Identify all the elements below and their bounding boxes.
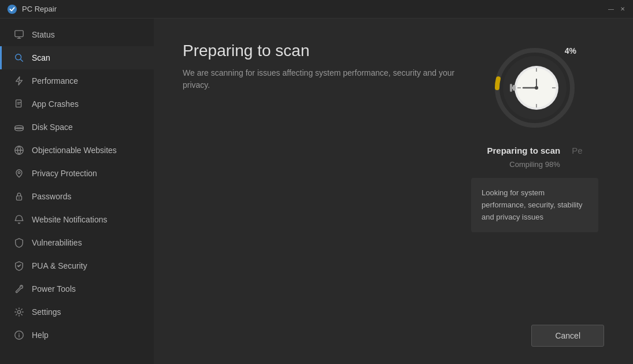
- sidebar-item-settings[interactable]: Settings: [0, 300, 154, 324]
- sidebar-item-label-vulnerabilities: Vulnerabilities: [32, 238, 82, 247]
- svg-rect-1: [15, 31, 23, 37]
- sidebar-item-label-privacy-protection: Privacy Protection: [32, 169, 97, 178]
- minimize-button[interactable]: —: [608, 6, 615, 13]
- fingerprint-icon: [13, 168, 25, 179]
- progress-circle: 4%: [488, 42, 581, 134]
- shield-icon: [13, 237, 25, 248]
- sidebar-item-passwords[interactable]: Passwords: [0, 185, 154, 208]
- titlebar: PC Repair — ✕: [0, 0, 633, 18]
- bell-icon: [13, 214, 25, 225]
- sidebar-item-scan[interactable]: Scan: [0, 46, 154, 69]
- globe-icon: [13, 144, 25, 156]
- bottom-bar: Cancel: [531, 325, 604, 347]
- monitor-icon: [13, 29, 25, 40]
- svg-point-7: [18, 172, 20, 174]
- app-logo: [7, 4, 17, 14]
- scan-status-label: Preparing to scan: [487, 146, 560, 155]
- info-icon: [13, 329, 25, 341]
- close-button[interactable]: ✕: [619, 6, 626, 13]
- sidebar-item-status[interactable]: Status: [0, 23, 154, 46]
- sidebar-item-label-status: Status: [32, 30, 55, 39]
- sidebar-item-app-crashes[interactable]: App Crashes: [0, 92, 154, 116]
- svg-point-2: [16, 54, 21, 60]
- cancel-button[interactable]: Cancel: [531, 325, 604, 347]
- svg-point-24: [535, 86, 538, 90]
- scan-progress-area: 4% Preparing to scan Pe Compiling 98% Lo…: [471, 42, 598, 232]
- main-content: Preparing to scan We are scanning for is…: [154, 18, 633, 364]
- sidebar-item-label-disk-space: Disk Space: [32, 122, 73, 132]
- sidebar-item-label-performance: Performance: [32, 76, 78, 86]
- sidebar-item-vulnerabilities[interactable]: Vulnerabilities: [0, 231, 154, 254]
- document-icon: [13, 98, 25, 110]
- window-controls: — ✕: [608, 6, 626, 13]
- shield2-icon: [13, 260, 25, 272]
- sidebar-item-label-app-crashes: App Crashes: [32, 99, 79, 109]
- page-subtitle: We are scanning for issues affecting sys…: [183, 67, 483, 91]
- sidebar-item-label-website-notifications: Website Notifications: [32, 215, 107, 224]
- app-body: Status Scan Performance App Crashes: [0, 18, 633, 364]
- sidebar-item-label-power-tools: Power Tools: [32, 284, 76, 294]
- sidebar-item-label-passwords: Passwords: [32, 192, 71, 201]
- lock-icon: [13, 191, 25, 202]
- drive-icon: [13, 121, 25, 133]
- gear-icon: [13, 306, 25, 318]
- svg-rect-27: [510, 84, 512, 92]
- sidebar-item-objectionable-websites[interactable]: Objectionable Websites: [0, 139, 154, 162]
- scan-status-label-dim: Pe: [572, 146, 582, 155]
- svg-point-0: [8, 4, 17, 13]
- sidebar-item-label-objectionable-websites: Objectionable Websites: [32, 146, 117, 155]
- sidebar-item-label-scan: Scan: [32, 53, 50, 62]
- sidebar-item-power-tools[interactable]: Power Tools: [0, 277, 154, 300]
- sidebar: Status Scan Performance App Crashes: [0, 18, 154, 364]
- svg-point-5: [15, 125, 23, 128]
- progress-percent: 4%: [565, 46, 576, 55]
- svg-point-11: [17, 310, 20, 313]
- sidebar-item-help[interactable]: Help: [0, 324, 154, 347]
- sidebar-item-disk-space[interactable]: Disk Space: [0, 116, 154, 139]
- wrench-icon: [13, 283, 25, 295]
- sidebar-item-privacy-protection[interactable]: Privacy Protection: [0, 162, 154, 185]
- sidebar-item-website-notifications[interactable]: Website Notifications: [0, 208, 154, 231]
- scan-status-row: Preparing to scan Pe: [487, 146, 582, 155]
- compiling-text: Compiling 98%: [509, 160, 560, 169]
- info-box: Looking for system performance, security…: [471, 178, 598, 232]
- app-title: PC Repair: [22, 5, 608, 13]
- sidebar-item-pua-security[interactable]: PUA & Security: [0, 254, 154, 277]
- sidebar-item-performance[interactable]: Performance: [0, 69, 154, 92]
- search-icon: [13, 52, 25, 64]
- info-box-text: Looking for system performance, security…: [482, 188, 583, 221]
- svg-point-10: [21, 286, 22, 287]
- sidebar-item-label-help: Help: [32, 330, 49, 340]
- sidebar-item-label-pua-security: PUA & Security: [32, 261, 87, 270]
- sidebar-item-label-settings: Settings: [32, 307, 61, 317]
- svg-rect-3: [16, 100, 21, 107]
- lightning-icon: [13, 75, 25, 87]
- svg-point-9: [18, 198, 20, 199]
